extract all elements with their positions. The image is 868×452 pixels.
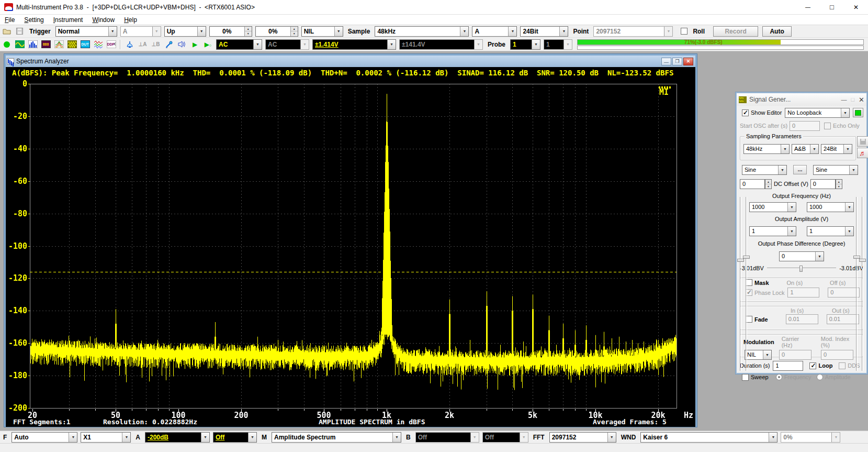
frequency-b-select[interactable]: 1000 (807, 202, 854, 212)
sweep-checkbox[interactable] (742, 374, 749, 381)
siggen-close-button[interactable] (859, 96, 864, 104)
fader-b-inner-rail[interactable] (856, 197, 858, 371)
sound-device-icon[interactable] (176, 39, 188, 50)
run-stop-icon[interactable] (1, 39, 13, 50)
dut-icon[interactable]: DUT (79, 39, 91, 50)
fade-out-label: Out (s) (832, 307, 850, 314)
spectrum-restore-button[interactable] (672, 58, 682, 65)
coupling-a-select[interactable]: AC (216, 39, 262, 50)
waveform-a-select[interactable]: Sine (742, 165, 787, 175)
spectrum-close-button[interactable] (683, 58, 693, 65)
frequency-a-select[interactable]: 1000 (749, 202, 796, 212)
statusbar (0, 443, 868, 452)
fader-b-outer-handle[interactable] (859, 259, 866, 262)
menu-file[interactable]: File (0, 15, 19, 25)
spectrum-canvas[interactable] (6, 79, 695, 418)
play-loop-icon[interactable]: ▶○ (202, 39, 214, 50)
sampling-parameters-group: Sampling Parameters 48kHz A&B 24Bit (740, 136, 856, 160)
auto-button[interactable]: Auto (762, 26, 792, 37)
zoom-select[interactable]: X1 (81, 432, 131, 443)
dc-offset-a-input[interactable]: 0 (740, 179, 765, 189)
spectrum-analyzer-icon[interactable] (27, 39, 39, 50)
duration-input[interactable]: 1 (773, 361, 803, 371)
calibration-icon[interactable] (123, 39, 136, 50)
range-a-select[interactable]: ±1.414V (312, 39, 396, 50)
waveform-options-button[interactable]: ... (793, 165, 807, 174)
fft-size-select[interactable]: 2097152 (549, 432, 616, 443)
ddp-viewer-icon[interactable]: DDP (105, 39, 117, 50)
fade-group: In (s) Out (s) Fade 0.01 0.01 (740, 306, 863, 330)
menu-instrument[interactable]: Instrument (49, 15, 88, 25)
sample-rate-select[interactable]: 48kHz (375, 26, 469, 37)
siggen-run-button[interactable] (853, 108, 863, 117)
menu-window[interactable]: Window (87, 15, 119, 25)
balance-slider-handle[interactable] (799, 266, 803, 272)
signal-generator-icon[interactable] (66, 39, 78, 50)
siggen-titlebar[interactable]: Signal Gener... (737, 93, 866, 106)
a-ref-select[interactable]: Off (213, 432, 257, 443)
frequency-axis-select[interactable]: Auto (12, 432, 77, 443)
mask-off-input: 0 (828, 288, 860, 297)
loop-checkbox[interactable] (809, 362, 816, 369)
open-file-icon[interactable] (1, 26, 13, 37)
menu-help[interactable]: Help (119, 15, 142, 25)
modulation-select[interactable]: NIL (745, 350, 772, 360)
spectrum-titlebar[interactable]: Spectrum Analyzer (6, 56, 695, 67)
multimeter-icon[interactable]: 888 (40, 39, 52, 50)
probe-icon[interactable] (163, 39, 175, 50)
menubar: File Setting Instrument Window Help (0, 15, 868, 25)
measurement-mode-select[interactable]: Amplitude Spectrum (272, 432, 401, 443)
sweep-label: Sweep (751, 374, 769, 380)
sweep-frequency-radio (776, 374, 782, 380)
siggen-minimize-button[interactable] (841, 96, 847, 103)
trigger-edge-select[interactable]: Up (164, 26, 206, 37)
trigger-level-spinner[interactable]: 0% (209, 26, 252, 37)
dc-offset-b-input[interactable]: 0 (810, 179, 836, 189)
spectrum-3d-icon[interactable] (53, 39, 65, 50)
sample-channel-select[interactable]: A (472, 26, 517, 37)
chevron-down-icon (831, 433, 840, 442)
trigger-coupling-select[interactable]: NIL (301, 26, 343, 37)
siggen-channel-select[interactable]: A&B (792, 144, 819, 154)
fader-a-inner-rail[interactable] (746, 197, 747, 371)
fader-a-inner-handle[interactable] (743, 256, 750, 259)
sample-bits-select[interactable]: 24Bit (520, 26, 568, 37)
sweep-amplitude-radio (817, 374, 823, 380)
chevron-down-icon (122, 433, 130, 442)
derived-datapoints-icon[interactable] (92, 39, 104, 50)
fader-a-outer-rail[interactable] (740, 197, 741, 371)
play-icon[interactable]: ▶ (189, 39, 201, 50)
fader-b-outer-rail[interactable] (862, 197, 863, 371)
maximize-button[interactable] (820, 0, 844, 15)
oscilloscope-icon[interactable] (14, 39, 26, 50)
menu-setting[interactable]: Setting (19, 15, 48, 25)
close-button[interactable] (844, 0, 868, 15)
level-meter-b (577, 46, 864, 50)
fade-label: Fade (754, 316, 768, 323)
chevron-down-icon (845, 227, 853, 236)
trigger-mode-select[interactable]: Normal (55, 26, 117, 37)
window-function-select[interactable]: Kaiser 6 (640, 432, 777, 443)
loopback-select[interactable]: No Loopback (785, 108, 850, 118)
roll-checkbox[interactable] (681, 28, 687, 35)
chevron-down-icon (532, 40, 540, 49)
a-range-select[interactable]: -200dB (145, 432, 210, 443)
open-signal-library-button[interactable]: ♬ (857, 148, 868, 158)
waveform-b-select[interactable]: Sine (813, 165, 858, 175)
amplitude-b-select[interactable]: 1 (807, 226, 854, 236)
fader-a-outer-handle[interactable] (737, 259, 744, 262)
trigger-delay-spinner[interactable]: 0% (255, 26, 298, 37)
amplitude-a-select[interactable]: 1 (749, 226, 796, 236)
siggen-rate-select[interactable]: 48kHz (743, 144, 790, 154)
minimize-button[interactable] (796, 0, 820, 15)
input-level-meter: 71%(-3.0 dBFS) (577, 39, 864, 50)
show-editor-checkbox[interactable] (742, 109, 749, 116)
balance-slider[interactable] (767, 268, 836, 269)
probe-a-select[interactable]: 1 (510, 39, 540, 50)
level-b-readout: -3.01dBV (839, 265, 863, 271)
chevron-down-icon (248, 433, 256, 442)
save-icon[interactable] (14, 26, 26, 37)
spectrum-minimize-button[interactable] (661, 58, 671, 65)
phase-select[interactable]: 0 (779, 251, 824, 261)
siggen-bits-select[interactable]: 24Bit (821, 144, 852, 154)
